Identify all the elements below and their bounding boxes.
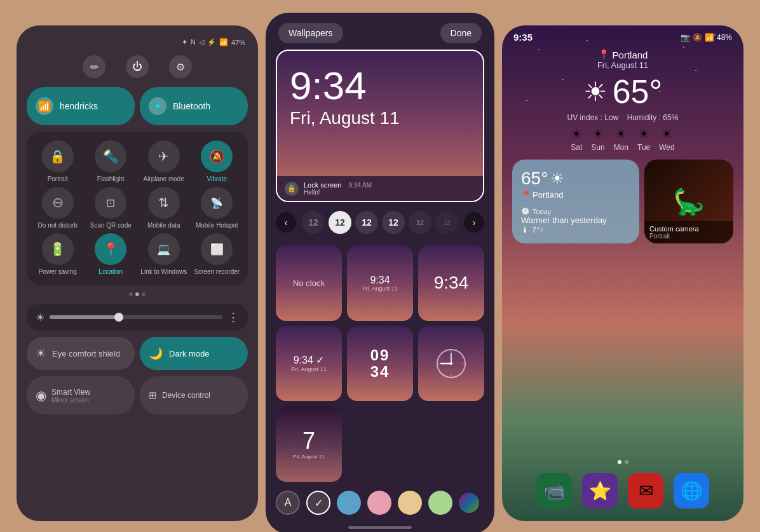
- forecast-sun-icon: ☀: [593, 127, 603, 141]
- color-more[interactable]: [459, 493, 479, 513]
- tile-portrait[interactable]: 🔒 Portrait: [33, 140, 83, 183]
- num-12-4[interactable]: 12: [382, 211, 405, 234]
- brightness-row: ☀ ⋮: [27, 304, 248, 331]
- p3-app-dock: 📹 ⭐ ✉ 🌐: [502, 473, 743, 508]
- device-control-toggle[interactable]: ⊞ Device control: [140, 376, 248, 414]
- dark-mode-icon: 🌙: [149, 346, 163, 360]
- num-12-2[interactable]: 12: [329, 211, 351, 234]
- clock-style-analog[interactable]: [418, 326, 484, 402]
- dock-chrome-icon[interactable]: 🌐: [674, 473, 709, 508]
- weather-widget[interactable]: 65° ☀ 📍 Portland 🕐 Today Warmer than yes…: [512, 160, 639, 243]
- clock-style-digital-large[interactable]: 9:34: [418, 245, 484, 321]
- tile-hotspot[interactable]: 📡 Mobile Hotspot: [193, 187, 242, 229]
- p2-preview: 9:34 Fri, August 11 🔒 Lock screen 9:34 A…: [276, 50, 484, 202]
- dock-gmail-icon[interactable]: ✉: [628, 473, 663, 508]
- clock-style-minimal[interactable]: 7 Fri, August 11: [276, 406, 342, 482]
- p3-location: 📍 Portland: [502, 49, 743, 60]
- vibrate-icon: 🔕: [201, 140, 233, 172]
- done-button[interactable]: Done: [440, 23, 482, 43]
- qr-label: Scan QR code: [90, 222, 132, 229]
- forecast-sun-label: Sun: [591, 143, 604, 152]
- clock-style-digital-small[interactable]: 9:34 Fri, August 11: [347, 245, 413, 321]
- tile-vibrate[interactable]: 🔕 Vibrate: [193, 140, 242, 183]
- scroll-right-button[interactable]: ›: [464, 212, 484, 233]
- brightness-sun-icon: ☀: [36, 311, 44, 324]
- brightness-slider[interactable]: [50, 315, 222, 319]
- gmail-icon: ✉: [639, 481, 653, 501]
- ww-thermometer-icon: 🌡: [521, 225, 529, 235]
- p3-status-time: 9:35: [513, 32, 533, 43]
- num-12-3[interactable]: 12: [355, 211, 378, 234]
- tile-mobiledata[interactable]: ⇅ Mobile data: [139, 187, 189, 229]
- eye-comfort-label: Eye comfort shield: [52, 349, 120, 358]
- p3-page-dots: [502, 460, 743, 464]
- p1-status-bar: ✦ N ◁ ⚡ 📶 47%: [27, 38, 248, 46]
- forecast-wed-icon: ☀: [662, 127, 672, 141]
- color-selector-row: A ✓: [266, 484, 494, 521]
- brightness-fill: [50, 315, 119, 319]
- clock-style-digital-check[interactable]: 9:34 ✓ Fri, August 11: [276, 326, 342, 402]
- ww-sun-icon: ☀: [550, 170, 564, 188]
- minimal-date: Fri, August 11: [293, 454, 324, 460]
- p3-signal-icon: 📶: [705, 33, 714, 42]
- p1-battery: 47%: [231, 39, 245, 46]
- clock-style-block[interactable]: 09 34: [347, 326, 413, 402]
- forecast-mon-icon: ☀: [616, 127, 626, 141]
- dock-meet-icon[interactable]: 📹: [536, 473, 572, 508]
- color-blue[interactable]: [337, 491, 361, 515]
- tile-powersave[interactable]: 🔋 Power saving: [33, 233, 83, 276]
- clock-number-bubbles: 12 12 12 12 12 12: [299, 211, 461, 234]
- analog-clock-icon: [435, 347, 468, 380]
- brightness-options-icon[interactable]: ⋮: [227, 310, 239, 324]
- block-time2: 34: [370, 364, 390, 380]
- color-selected-dark[interactable]: ✓: [306, 491, 330, 515]
- p2-home-bar: [348, 526, 412, 529]
- ds-date: Fri, August 11: [362, 285, 398, 292]
- tile-dnd[interactable]: ⊖ Do not disturb: [33, 187, 83, 229]
- color-pink[interactable]: [367, 491, 391, 515]
- tile-flashlight[interactable]: 🔦 Flashlight: [86, 140, 136, 183]
- tile-scanqr[interactable]: ⊡ Scan QR code: [86, 187, 136, 229]
- num-12-5[interactable]: 12: [409, 211, 431, 234]
- tile-location[interactable]: 📍 Location: [86, 233, 136, 276]
- eye-comfort-toggle[interactable]: ☀ Eye comfort shield: [27, 337, 135, 370]
- num-12-6[interactable]: 12: [435, 211, 458, 234]
- block-time: 09: [370, 347, 390, 364]
- preview-date-display: Fri, August 11: [290, 108, 470, 128]
- settings-icon[interactable]: ⚙: [169, 55, 192, 78]
- preview-time-display: 9:34: [290, 66, 470, 106]
- star-app-icon: ⭐: [589, 481, 611, 501]
- bluetooth-toggle[interactable]: ✦ Bluetooth: [140, 87, 248, 125]
- scroll-left-button[interactable]: ‹: [276, 212, 296, 233]
- color-dark[interactable]: A: [276, 491, 300, 515]
- num-12-1[interactable]: 12: [302, 211, 325, 234]
- page-indicator: [27, 291, 248, 297]
- power-icon[interactable]: ⏻: [126, 55, 149, 78]
- p3-dot-2: [625, 460, 628, 464]
- phone1-control-panel: ✦ N ◁ ⚡ 📶 47% ✏ ⏻ ⚙ 📶 hendricks ✦ Blueto…: [17, 25, 258, 521]
- p3-weather-header: 📍 Portland Fri, August 11 ☀ 65° UV index…: [502, 43, 743, 125]
- preview-time-area: 9:34 Fri, August 11: [277, 51, 483, 133]
- clock-style-none[interactable]: No clock: [276, 245, 342, 321]
- color-green[interactable]: [428, 491, 452, 515]
- svg-point-3: [450, 362, 452, 365]
- edit-icon[interactable]: ✏: [83, 55, 105, 78]
- wifi-toggle[interactable]: 📶 hendricks: [27, 87, 135, 125]
- camera-widget-sublabel: Portrait: [649, 233, 728, 240]
- dock-star-icon[interactable]: ⭐: [582, 473, 618, 508]
- dark-mode-toggle[interactable]: 🌙 Dark mode: [140, 337, 248, 370]
- ww-today-label: 🕐 Today: [521, 207, 630, 215]
- tile-linkwindows[interactable]: 💻 Link to Windows: [139, 233, 189, 276]
- camera-info-overlay: Custom camera Portrait: [644, 221, 733, 243]
- smart-view-toggle[interactable]: ◉ Smart View Mirror screen: [27, 376, 135, 414]
- color-peach[interactable]: [398, 491, 422, 515]
- tile-screenrecorder[interactable]: ⬜ Screen recorder: [193, 233, 242, 276]
- notif-app-icon: 🔒: [285, 182, 299, 196]
- tile-airplane[interactable]: ✈ Airplane mode: [139, 140, 189, 183]
- block-display: 09 34: [370, 347, 390, 381]
- digital-small-display: 9:34 Fri, August 11: [362, 275, 398, 292]
- forecast-mon-label: Mon: [614, 143, 628, 152]
- p3-battery-icon: 🔕: [693, 33, 702, 42]
- wallpapers-button[interactable]: Wallpapers: [278, 23, 343, 43]
- camera-widget[interactable]: 🦕 Custom camera Portrait: [644, 160, 733, 243]
